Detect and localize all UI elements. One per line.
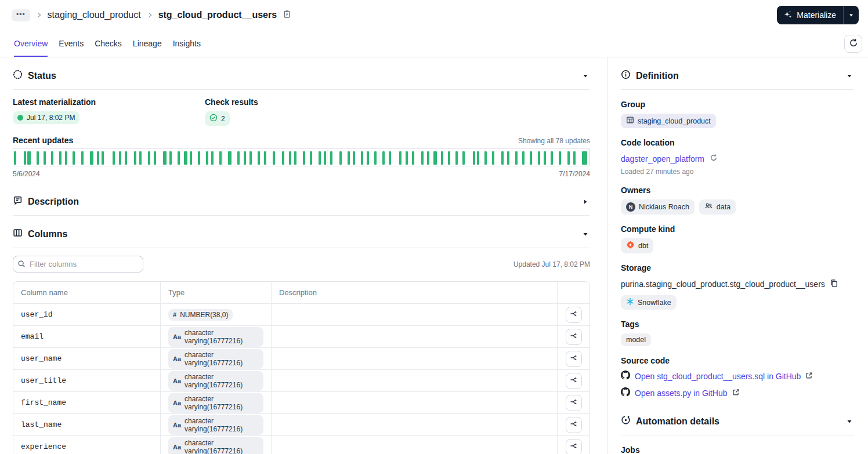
- description-section-header[interactable]: Description: [13, 183, 590, 216]
- update-tick[interactable]: [319, 151, 321, 165]
- update-tick[interactable]: [582, 151, 587, 165]
- update-tick[interactable]: [339, 151, 342, 165]
- update-tick[interactable]: [421, 151, 424, 165]
- update-tick[interactable]: [51, 151, 53, 165]
- copy-storage-path-button[interactable]: [829, 278, 840, 290]
- update-tick[interactable]: [148, 151, 150, 165]
- update-tick[interactable]: [353, 151, 355, 165]
- columns-section-header[interactable]: Columns: [13, 216, 590, 248]
- update-tick[interactable]: [37, 151, 39, 165]
- update-tick[interactable]: [27, 151, 31, 165]
- tab-lineage[interactable]: Lineage: [133, 30, 162, 57]
- update-tick[interactable]: [559, 151, 561, 165]
- update-tick[interactable]: [73, 151, 75, 165]
- update-tick[interactable]: [324, 151, 326, 165]
- update-tick[interactable]: [567, 151, 570, 165]
- filter-columns-input[interactable]: [13, 256, 143, 273]
- update-tick[interactable]: [310, 151, 312, 165]
- update-tick[interactable]: [113, 151, 115, 165]
- column-lineage-button[interactable]: [566, 351, 582, 367]
- tag-model[interactable]: model: [621, 333, 651, 346]
- update-tick[interactable]: [90, 151, 93, 165]
- open-sql-in-github-link[interactable]: Open stg_cloud_product__users.sql in Git…: [635, 372, 801, 381]
- update-tick[interactable]: [119, 151, 121, 165]
- tab-overview[interactable]: Overview: [14, 30, 48, 57]
- update-tick[interactable]: [462, 151, 465, 165]
- chevron-down-icon[interactable]: [846, 72, 853, 79]
- automation-section-header[interactable]: Automation details: [621, 403, 854, 435]
- column-lineage-button[interactable]: [566, 329, 582, 345]
- update-tick[interactable]: [389, 151, 391, 165]
- update-tick[interactable]: [139, 151, 142, 165]
- update-tick[interactable]: [573, 151, 576, 165]
- update-tick[interactable]: [190, 151, 192, 165]
- open-assets-py-in-github-link[interactable]: Open assets.py in GitHub: [635, 388, 728, 398]
- recent-updates-timeline[interactable]: [13, 148, 590, 166]
- breadcrumb-group-link[interactable]: staging_cloud_product: [48, 10, 141, 20]
- update-tick[interactable]: [14, 151, 16, 165]
- owner-team-tag[interactable]: data: [699, 199, 736, 215]
- materialize-dropdown-button[interactable]: [843, 6, 859, 24]
- chevron-down-icon[interactable]: [582, 231, 589, 238]
- update-tick[interactable]: [530, 151, 532, 165]
- update-tick[interactable]: [125, 151, 127, 165]
- update-tick[interactable]: [97, 151, 99, 165]
- materialize-button[interactable]: Materialize: [777, 6, 843, 24]
- tab-checks[interactable]: Checks: [95, 30, 122, 57]
- update-tick[interactable]: [473, 151, 475, 165]
- column-lineage-button[interactable]: [566, 307, 582, 323]
- update-tick[interactable]: [448, 151, 450, 165]
- chevron-down-icon[interactable]: [846, 418, 853, 425]
- update-tick[interactable]: [367, 151, 369, 165]
- refresh-button[interactable]: [844, 35, 862, 53]
- update-tick[interactable]: [59, 151, 62, 165]
- latest-materialization-pill[interactable]: Jul 17, 8:02 PM: [13, 111, 79, 124]
- chevron-down-icon[interactable]: [582, 72, 589, 79]
- update-tick[interactable]: [154, 151, 156, 165]
- column-lineage-button[interactable]: [566, 439, 582, 454]
- update-tick[interactable]: [374, 151, 377, 165]
- update-tick[interactable]: [406, 151, 408, 165]
- update-tick[interactable]: [44, 151, 46, 165]
- column-lineage-button[interactable]: [566, 373, 582, 389]
- update-tick[interactable]: [522, 151, 525, 165]
- group-tag[interactable]: staging_cloud_product: [621, 114, 716, 128]
- column-lineage-button[interactable]: [566, 395, 582, 411]
- tab-insights[interactable]: Insights: [173, 30, 201, 57]
- reload-code-location-button[interactable]: [708, 152, 719, 165]
- update-tick[interactable]: [228, 151, 232, 165]
- update-tick[interactable]: [264, 151, 266, 165]
- update-tick[interactable]: [348, 151, 350, 165]
- storage-platform-tag[interactable]: Snowflake: [621, 295, 677, 310]
- update-tick[interactable]: [382, 151, 385, 165]
- update-tick[interactable]: [178, 151, 180, 165]
- update-tick[interactable]: [206, 151, 208, 165]
- update-tick[interactable]: [169, 151, 172, 165]
- update-tick[interactable]: [399, 151, 402, 165]
- owner-user-tag[interactable]: N Nicklaus Roach: [621, 199, 695, 215]
- update-tick[interactable]: [433, 151, 437, 165]
- update-tick[interactable]: [282, 151, 284, 165]
- update-tick[interactable]: [330, 151, 332, 165]
- update-tick[interactable]: [289, 151, 291, 165]
- update-tick[interactable]: [538, 151, 540, 165]
- update-tick[interactable]: [219, 151, 222, 165]
- check-results-pill[interactable]: 2: [205, 111, 230, 126]
- update-tick[interactable]: [441, 151, 443, 165]
- update-tick[interactable]: [24, 151, 26, 165]
- status-section-header[interactable]: Status: [13, 57, 590, 90]
- breadcrumb-ellipsis-button[interactable]: •••: [12, 9, 30, 21]
- update-tick[interactable]: [477, 151, 479, 165]
- update-tick[interactable]: [455, 151, 458, 165]
- chevron-right-icon[interactable]: [582, 198, 589, 205]
- update-tick[interactable]: [198, 151, 200, 165]
- tab-events[interactable]: Events: [59, 30, 84, 57]
- update-tick[interactable]: [515, 151, 518, 165]
- update-tick[interactable]: [507, 151, 509, 165]
- update-tick[interactable]: [244, 151, 246, 165]
- compute-kind-tag[interactable]: dbt: [621, 238, 653, 253]
- update-tick[interactable]: [258, 151, 260, 165]
- update-tick[interactable]: [492, 151, 494, 165]
- update-tick[interactable]: [134, 151, 136, 165]
- update-tick[interactable]: [303, 151, 305, 165]
